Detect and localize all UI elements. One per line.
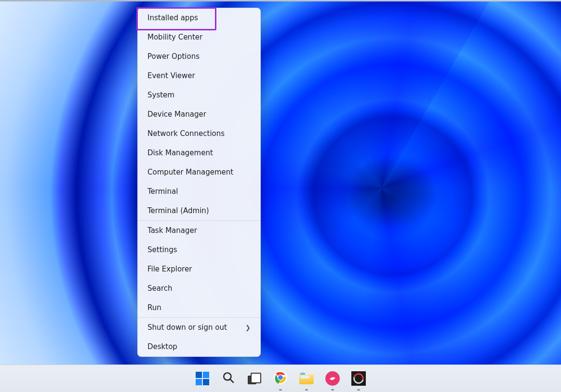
context-menu-item-label: Power Options [147,52,200,61]
context-menu-item-label: Settings [147,245,177,254]
running-indicator [331,389,334,391]
running-indicator [357,389,360,391]
swoosh-icon [325,371,340,386]
context-menu-item-label: Shut down or sign out [147,323,227,332]
context-menu-item[interactable]: Mobility Center [138,27,260,47]
context-menu-item[interactable]: Network Connections [138,124,260,143]
desktop-wallpaper[interactable] [0,0,561,392]
context-menu-item[interactable]: File Explorer [138,259,260,279]
search-button[interactable] [219,369,238,388]
context-menu-item[interactable]: Shut down or sign out❯ [138,318,260,337]
context-menu-item[interactable]: Run [138,298,260,317]
file-explorer-app[interactable] [297,369,316,388]
dark-square-app[interactable] [349,369,368,388]
context-menu-item-label: Desktop [147,342,177,351]
context-menu-item[interactable]: Event Viewer [138,66,260,85]
search-icon [222,371,235,386]
chrome-app[interactable] [271,369,290,388]
chrome-icon [273,370,288,387]
task-view-icon [248,373,261,384]
context-menu-item-label: Network Connections [147,129,225,138]
context-menu-item[interactable]: System [138,85,260,105]
context-menu-item-label: Search [147,284,173,293]
context-menu-item-label: System [147,91,174,99]
running-indicator [279,389,282,391]
context-menu-item[interactable]: Device Manager [138,105,260,124]
chevron-right-icon: ❯ [245,324,251,331]
context-menu-item-label: Run [147,303,161,312]
start-context-menu: Installed appsMobility CenterPower Optio… [137,8,261,357]
context-menu-item[interactable]: Terminal [138,182,260,201]
context-menu-item-label: Installed apps [147,14,198,22]
context-menu-item[interactable]: Terminal (Admin) [138,201,260,220]
pink-circle-app[interactable] [323,369,342,388]
context-menu-item-label: Terminal [147,187,178,196]
context-menu-item[interactable]: Desktop [138,337,260,356]
svg-line-2 [230,379,234,383]
context-menu-item-label: File Explorer [147,265,192,273]
context-menu-item[interactable]: Task Manager [138,221,260,240]
folder-icon [299,373,314,384]
desktop-viewport: Installed appsMobility CenterPower Optio… [0,0,561,392]
context-menu-item-label: Disk Management [147,149,213,157]
context-menu-item[interactable]: Settings [138,240,260,259]
start-button[interactable] [193,369,212,388]
context-menu-item[interactable]: Power Options [138,47,260,66]
context-menu-item[interactable]: Installed apps [138,8,260,27]
context-menu-item-label: Event Viewer [147,71,195,80]
context-menu-item-label: Mobility Center [147,33,202,41]
svg-point-1 [224,373,231,380]
context-menu-item-label: Terminal (Admin) [147,206,209,215]
context-menu-item-label: Computer Management [147,168,233,176]
task-view-button[interactable] [245,369,264,388]
top-edge-strip [0,0,561,1]
running-indicator [305,389,308,391]
context-menu-item[interactable]: Search [138,279,260,298]
windows-start-icon [196,372,209,385]
context-menu-item[interactable]: Computer Management [138,162,260,182]
context-menu-item-label: Task Manager [147,226,197,235]
ring-icon [351,371,366,386]
context-menu-item[interactable]: Disk Management [138,143,260,162]
context-menu-item-label: Device Manager [147,110,206,119]
taskbar [0,365,561,392]
